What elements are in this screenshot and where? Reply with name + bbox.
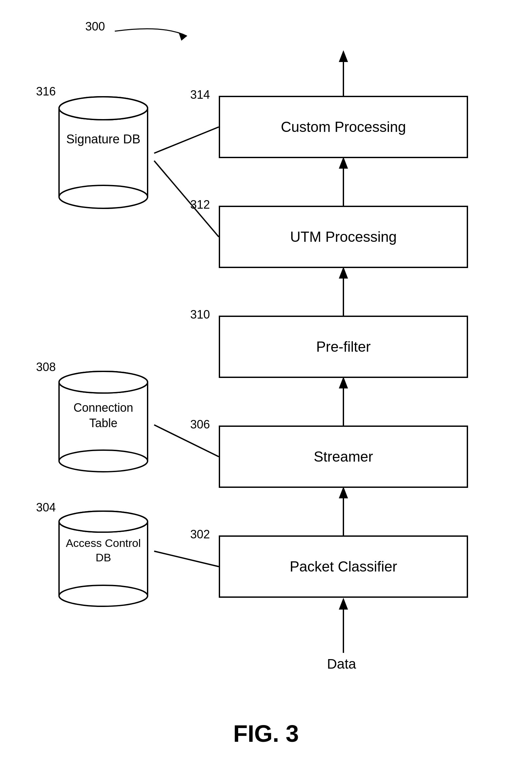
svg-line-15 (154, 551, 219, 567)
svg-marker-5 (339, 377, 348, 388)
signature-db-cylinder: Signature DB (54, 92, 153, 213)
streamer-label: Streamer (314, 448, 373, 465)
svg-marker-9 (339, 157, 348, 169)
ref-304: 304 (36, 501, 56, 514)
svg-marker-16 (179, 33, 187, 41)
signature-db-label: Signature DB (61, 131, 146, 147)
ref-316: 316 (36, 85, 56, 98)
custom-processing-box: Custom Processing (219, 96, 468, 158)
svg-point-20 (59, 97, 148, 120)
connection-table-cylinder: Connection Table (54, 367, 153, 476)
pre-filter-box: Pre-filter (219, 316, 468, 378)
ref-306: 306 (190, 418, 210, 431)
svg-marker-11 (339, 50, 348, 62)
custom-processing-label: Custom Processing (281, 119, 406, 135)
diagram-container: 300 Custom Processing 314 UTM Processing… (0, 0, 532, 770)
pre-filter-label: Pre-filter (316, 339, 371, 355)
svg-marker-1 (339, 598, 348, 610)
svg-marker-3 (339, 487, 348, 498)
utm-processing-label: UTM Processing (290, 229, 397, 245)
svg-rect-17 (59, 108, 148, 197)
svg-point-19 (59, 185, 148, 208)
svg-line-12 (154, 127, 219, 153)
utm-processing-box: UTM Processing (219, 206, 468, 268)
access-control-db-cylinder: Access Control DB (54, 508, 153, 610)
svg-point-24 (59, 371, 148, 393)
svg-point-23 (59, 450, 148, 472)
access-control-db-label: Access Control DB (61, 536, 146, 565)
streamer-box: Streamer (219, 426, 468, 488)
ref-314: 314 (190, 88, 210, 102)
data-label: Data (327, 656, 356, 672)
figure-number: FIG. 3 (233, 720, 299, 747)
packet-classifier-label: Packet Classifier (290, 558, 397, 575)
ref-308: 308 (36, 360, 56, 374)
packet-classifier-box: Packet Classifier (219, 535, 468, 598)
svg-point-27 (59, 585, 148, 606)
ref-312: 312 (190, 198, 210, 212)
svg-point-28 (59, 511, 148, 532)
ref-310: 310 (190, 308, 210, 322)
connection-table-label: Connection Table (61, 400, 146, 431)
ref-300: 300 (85, 20, 105, 33)
svg-marker-7 (339, 267, 348, 279)
ref-302: 302 (190, 528, 210, 541)
